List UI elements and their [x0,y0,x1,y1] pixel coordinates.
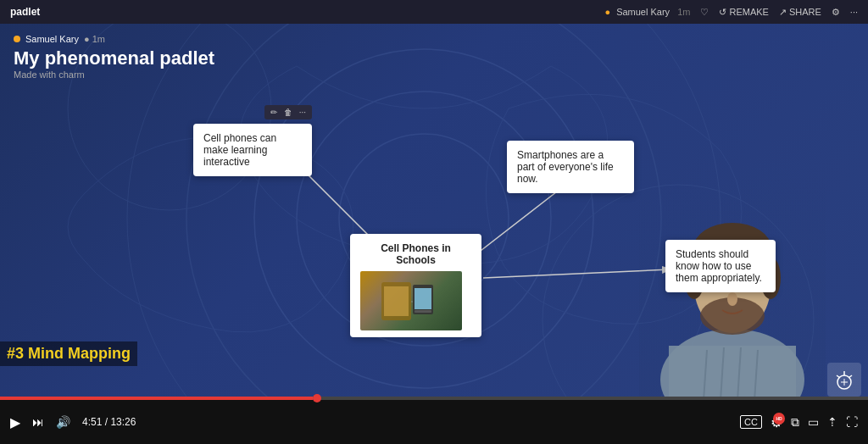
volume-button[interactable]: 🔊 [56,415,70,429]
card-students[interactable]: Students should know how to use them app… [665,240,776,292]
like-button[interactable]: ♡ [700,7,709,18]
theater-button[interactable]: ▭ [808,415,819,429]
controls-right: CC ⚙ HD ⧉ ▭ ⇡ ⛶ [740,414,858,430]
top-bar: padlet ● Samuel Kary 1m ♡ ↺ REMAKE ↗ SHA… [0,0,868,24]
play-icon: ▶ [10,414,20,430]
author-line: Samuel Kary ● 1m [14,34,214,44]
svg-point-4 [127,24,721,413]
card-delete-button[interactable]: 🗑 [281,107,295,118]
skip-icon: ⏭ [32,415,44,429]
svg-rect-15 [415,310,431,313]
skip-button[interactable]: ⏭ [32,415,44,429]
gear-icon: ⚙ [832,7,840,18]
share-icon: ↗ [779,7,787,18]
card-interactive[interactable]: ✏ 🗑 ··· Cell phones can make learning in… [193,124,312,176]
top-bar-left: padlet [10,6,40,18]
top-bar-right: ● Samuel Kary 1m ♡ ↺ REMAKE ↗ SHARE ⚙ ··… [604,7,858,18]
watermark [827,363,861,397]
padlet-title: My phenomenal padlet [14,47,214,69]
pip-button[interactable]: ⧉ [791,415,799,430]
progress-dot [313,394,321,402]
author-info: ● Samuel Kary 1m [604,7,690,17]
svg-point-38 [727,292,737,306]
card-edit-button[interactable]: ✏ [268,107,280,118]
progress-bar[interactable] [0,397,868,400]
settings-badge: ⚙ HD [771,414,782,430]
card-image-svg [377,278,445,325]
post-time: ● 1m [84,34,105,44]
bottom-text-overlay: #3 Mind Mapping [0,341,137,366]
theater-icon: ▭ [808,415,819,429]
card-image-content [360,271,462,330]
fullscreen-icon: ⛶ [846,415,858,429]
video-area: Samuel Kary ● 1m My phenomenal padlet Ma… [0,24,868,413]
time-display: 4:51 / 13:26 [82,416,136,428]
remake-button[interactable]: ↺ REMAKE [719,7,768,18]
svg-rect-12 [384,286,409,316]
card-text: Cell phones can make learning interactiv… [203,132,276,168]
controls-main: ▶ ⏭ 🔊 4:51 / 13:26 CC ⚙ HD [0,400,868,444]
card-title: Cell Phones in Schools [360,242,471,266]
more-icon: ··· [850,7,858,17]
card-image [360,271,462,330]
padlet-subtitle: Made with charm [14,69,214,80]
cc-icon: CC [744,417,758,427]
share-button[interactable]: ↗ SHARE [779,7,821,18]
progress-fill [0,397,313,400]
controls-bar: ▶ ⏭ 🔊 4:51 / 13:26 CC ⚙ HD [0,397,868,444]
card-more-button[interactable]: ··· [297,107,309,118]
more-button[interactable]: ··· [850,7,858,17]
svg-rect-14 [415,288,431,309]
card-schools[interactable]: Cell Phones in Schools [350,234,481,337]
play-button[interactable]: ▶ [10,414,20,430]
remake-icon: ↺ [719,7,726,18]
watermark-icon [832,367,857,392]
svg-point-0 [254,49,593,388]
card-toolbar: ✏ 🗑 ··· [264,105,312,119]
hd-badge: HD [773,413,785,425]
card-smartphones[interactable]: Smartphones are a part of everyone's lif… [507,141,634,193]
card-text: Students should know how to use them app… [676,248,762,284]
card-text: Smartphones are a part of everyone's lif… [517,149,614,185]
fullscreen-button[interactable]: ⛶ [846,415,858,429]
pip-icon: ⧉ [791,415,799,430]
overlay-text: #3 Mind Mapping [0,341,137,366]
padlet-logo: padlet [10,6,40,18]
controls-left: ▶ ⏭ 🔊 4:51 / 13:26 [10,414,136,430]
video-header: Samuel Kary ● 1m My phenomenal padlet Ma… [14,34,214,80]
cast-icon: ⇡ [827,415,837,429]
cc-button[interactable]: CC [740,415,762,429]
author-avatar [14,36,20,42]
cast-button[interactable]: ⇡ [827,415,837,429]
settings-button[interactable]: ⚙ [832,7,840,18]
author-name: Samuel Kary [25,34,79,44]
svg-point-3 [186,24,661,413]
volume-icon: 🔊 [56,415,70,429]
